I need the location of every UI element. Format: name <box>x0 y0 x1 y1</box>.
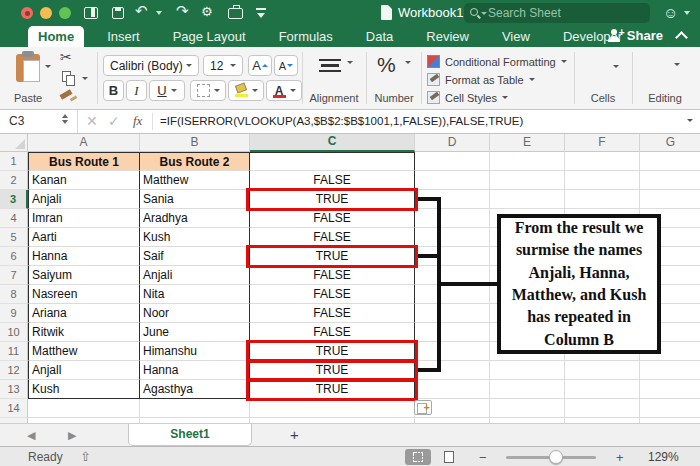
tab-data[interactable]: Data <box>356 26 403 47</box>
cell-B9[interactable]: Noor <box>140 304 250 323</box>
cell-F1[interactable] <box>565 152 640 171</box>
name-box-stepper[interactable] <box>62 114 68 124</box>
zoom-in-button[interactable]: + <box>616 450 624 465</box>
cell-A1[interactable]: Bus Route 1 <box>28 152 140 171</box>
search-input[interactable]: Search Sheet <box>464 3 650 23</box>
cell-A3[interactable]: Anjali <box>28 190 140 209</box>
alignment-group[interactable]: Alignment <box>303 47 365 109</box>
cell-B1[interactable]: Bus Route 2 <box>140 152 250 171</box>
cell-G3[interactable] <box>640 190 700 209</box>
tab-home[interactable]: Home <box>28 26 84 47</box>
formula-input[interactable]: =IF(ISERROR(VLOOKUP(A3,$B$2:$B$1001,1,FA… <box>160 115 523 127</box>
cell-D9[interactable] <box>415 304 490 323</box>
normal-view-button[interactable] <box>405 449 431 465</box>
cell-D5[interactable] <box>415 228 490 247</box>
paste-caret-icon[interactable] <box>45 65 51 68</box>
column-header-e[interactable]: E <box>490 134 565 152</box>
column-header-c[interactable]: C <box>250 134 415 152</box>
cell-G13[interactable] <box>640 380 700 399</box>
row-header-11[interactable]: 11 <box>0 342 28 361</box>
new-workbook-icon[interactable] <box>84 7 98 19</box>
column-header-b[interactable]: B <box>140 134 250 152</box>
paste-icon[interactable] <box>16 54 40 82</box>
row-header-6[interactable]: 6 <box>0 247 28 266</box>
cut-icon[interactable]: ✂ <box>60 49 72 65</box>
zoom-slider[interactable] <box>506 456 596 459</box>
cell-A7[interactable]: Saiyum <box>28 266 140 285</box>
cell-A5[interactable]: Aarti <box>28 228 140 247</box>
cell-A13[interactable]: Kush <box>28 380 140 399</box>
grow-font-button[interactable]: A <box>248 55 272 76</box>
row-header-5[interactable]: 5 <box>0 228 28 247</box>
font-color-button[interactable]: A <box>266 80 302 101</box>
cell-A14[interactable] <box>28 399 140 418</box>
borders-button[interactable] <box>190 80 226 101</box>
tab-page-layout[interactable]: Page Layout <box>163 26 256 47</box>
select-all-corner[interactable] <box>0 134 28 152</box>
cell-A9[interactable]: Ariana <box>28 304 140 323</box>
tab-insert[interactable]: Insert <box>97 26 150 47</box>
column-header-d[interactable]: D <box>415 134 490 152</box>
cell-E14[interactable] <box>490 399 565 418</box>
macro-record-icon[interactable]: ⇧ <box>80 449 91 464</box>
cell-F14[interactable] <box>565 399 640 418</box>
cell-A6[interactable]: Hanna <box>28 247 140 266</box>
cell-B2[interactable]: Matthew <box>140 171 250 190</box>
row-header-9[interactable]: 9 <box>0 304 28 323</box>
shrink-font-button[interactable]: A <box>274 55 298 76</box>
sheet-prev-icon[interactable]: ◀ <box>27 429 35 442</box>
font-name-select[interactable]: Calibri (Body) <box>103 55 199 76</box>
toolbox-icon[interactable] <box>228 8 243 19</box>
close-button[interactable] <box>21 7 33 19</box>
cell-D10[interactable] <box>415 323 490 342</box>
cell-D13[interactable] <box>415 380 490 399</box>
tab-view[interactable]: View <box>492 26 540 47</box>
zoom-level[interactable]: 129% <box>648 450 679 464</box>
row-header-1[interactable]: 1 <box>0 152 28 171</box>
cell-C4[interactable]: FALSE <box>250 209 415 228</box>
fill-color-button[interactable] <box>228 80 264 101</box>
bold-button[interactable]: B <box>103 80 124 101</box>
cell-B12[interactable]: Hanna <box>140 361 250 380</box>
cell-B11[interactable]: Himanshu <box>140 342 250 361</box>
cell-B14[interactable] <box>140 399 250 418</box>
row-header-14[interactable]: 14 <box>0 399 28 418</box>
tab-formulas[interactable]: Formulas <box>269 26 343 47</box>
row-header-2[interactable]: 2 <box>0 171 28 190</box>
cell-E1[interactable] <box>490 152 565 171</box>
zoom-slider-knob[interactable] <box>549 450 563 464</box>
cell-A2[interactable]: Kanan <box>28 171 140 190</box>
sheet-tab-sheet1[interactable]: Sheet1 <box>128 424 252 446</box>
cell-C14[interactable] <box>250 399 415 418</box>
style-button-format-as-table[interactable]: Format as Table <box>427 73 535 86</box>
style-button-conditional-formatting[interactable]: Conditional Formatting <box>427 55 567 68</box>
column-header-a[interactable]: A <box>28 134 140 152</box>
undo-icon[interactable]: ↶ <box>135 3 148 19</box>
cell-B13[interactable]: Agasthya <box>140 380 250 399</box>
row-header-8[interactable]: 8 <box>0 285 28 304</box>
cell-A8[interactable]: Nasreen <box>28 285 140 304</box>
fullscreen-button[interactable] <box>59 7 71 19</box>
cell-G2[interactable] <box>640 171 700 190</box>
zoom-out-button[interactable]: − <box>479 450 487 465</box>
underline-button[interactable]: U <box>149 80 185 101</box>
settings-gear-icon[interactable]: ⚙ <box>201 4 213 20</box>
italic-button[interactable]: I <box>126 80 147 101</box>
cell-D1[interactable] <box>415 152 490 171</box>
row-header-4[interactable]: 4 <box>0 209 28 228</box>
formula-bar-expand-icon[interactable] <box>687 119 693 122</box>
cell-A12[interactable]: Anjall <box>28 361 140 380</box>
cell-A10[interactable]: Ritwik <box>28 323 140 342</box>
cell-F2[interactable] <box>565 171 640 190</box>
quick-analysis-button[interactable] <box>414 400 432 415</box>
feedback-smiley-icon[interactable]: ☺ <box>663 4 678 21</box>
cell-C8[interactable]: FALSE <box>250 285 415 304</box>
cell-F13[interactable] <box>565 380 640 399</box>
column-header-g[interactable]: G <box>640 134 700 152</box>
font-size-select[interactable]: 12 <box>203 55 243 76</box>
cell-A4[interactable]: Imran <box>28 209 140 228</box>
style-button-cell-styles[interactable]: Cell Styles <box>427 91 508 104</box>
toolbar-options-icon[interactable] <box>256 8 266 10</box>
row-header-3[interactable]: 3 <box>0 190 28 209</box>
add-sheet-button[interactable]: + <box>290 426 299 443</box>
